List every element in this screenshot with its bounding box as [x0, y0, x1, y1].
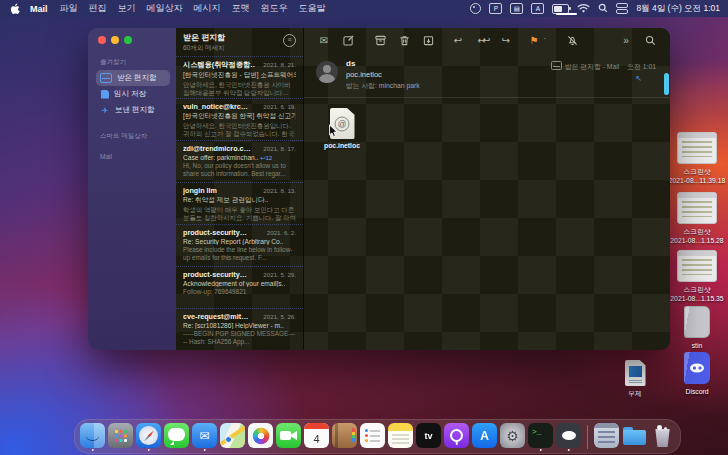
minimize-window-button[interactable] [111, 36, 119, 44]
dock-minimized-window-icon[interactable] [594, 423, 619, 448]
forward-icon[interactable]: ↪ [494, 35, 518, 46]
dock-divider [587, 425, 588, 449]
message-date: 2021. 8. 17. [263, 145, 296, 152]
dock-photos-icon[interactable] [248, 423, 273, 448]
sidebar-item-sent[interactable]: ✈ 보낸 편지함 [96, 102, 170, 118]
filter-icon[interactable]: ≡ [283, 34, 296, 47]
menu-view[interactable]: 보기 [118, 2, 136, 15]
dock-messages-icon[interactable] [164, 423, 189, 448]
desktop-icon-screenshot-2[interactable]: 스크린샷2021-08...1.15.28 [661, 192, 728, 245]
desktop-icon-untitled[interactable]: 무제 [600, 360, 670, 398]
dock: ✉ 4 tv A ⚙ >_ [74, 419, 681, 454]
mouse-cursor [328, 124, 339, 143]
message-subject: Acknowledgement of your email[s.. [183, 280, 296, 287]
search-icon[interactable] [638, 34, 662, 46]
running-indicator [567, 449, 570, 452]
message-list-item[interactable]: jongin lim2021. 8. 13. Re: 취약점 제보 관련입니다.… [176, 182, 303, 224]
keyboard-icon[interactable]: ▤ [510, 3, 523, 14]
dock-system-preferences-icon[interactable]: ⚙ [500, 423, 525, 448]
control-center-icon[interactable] [616, 3, 628, 15]
disk-image-icon [684, 306, 710, 338]
sidebar-item-drafts[interactable]: 임시 저장 [96, 86, 170, 102]
archive-icon[interactable] [368, 34, 392, 46]
dock-reminders-icon[interactable] [360, 423, 385, 448]
message-date: 2021. 6. 2. [267, 229, 296, 236]
to-value[interactable]: minchan park [379, 82, 420, 89]
dock-mail-icon[interactable]: ✉ [192, 423, 217, 448]
p-app-icon[interactable]: P [489, 3, 502, 14]
apple-menu-icon[interactable] [10, 3, 20, 15]
dock-notes-icon[interactable] [388, 423, 413, 448]
message-list-item[interactable]: zdi@trendmicro.c…2021. 8. 17. Case offer… [176, 140, 303, 182]
message-sender: jongin lim [183, 186, 217, 195]
menu-mailbox[interactable]: 메일상자 [147, 2, 183, 15]
mail-toolbar: ✉ ↩ ↩↩ ↪ ⚑ ˇ [304, 28, 670, 52]
inbox-icon [100, 73, 112, 83]
flag-caret-icon[interactable]: ˇ [544, 37, 552, 43]
message-list-item[interactable]: vuln_notice@krc…2021. 6. 19. [한국인터넷진흥원 한… [176, 98, 303, 140]
running-indicator [91, 449, 94, 452]
desktop-icon-screenshot-3[interactable]: 스크린샷2021-08...1.15.35 [661, 250, 728, 303]
menu-help[interactable]: 도움말 [299, 2, 326, 15]
trash-icon[interactable] [392, 34, 416, 46]
dock-downloads-folder-icon[interactable] [622, 423, 647, 448]
running-indicator [147, 449, 150, 452]
desktop-icon-stin[interactable]: stin [661, 306, 728, 350]
message-sender: 시스템융(취약점종합… [183, 60, 255, 70]
dock-tv-icon[interactable]: tv [416, 423, 441, 448]
menu-window[interactable]: 윈도우 [261, 2, 288, 15]
reply-icon[interactable]: ↩ [446, 35, 470, 46]
flag-icon[interactable]: ⚑ [524, 35, 544, 46]
reply-all-icon[interactable]: ↩↩ [470, 35, 494, 46]
dock-trash-icon[interactable] [650, 423, 675, 448]
active-app-menu[interactable]: Mail [30, 4, 48, 14]
message-list-item[interactable]: cve-request@mit…2021. 5. 26. Re: [scr108… [176, 308, 303, 350]
message-list-item[interactable]: product-security…2021. 6. 2. Re: Securit… [176, 224, 303, 266]
dock-facetime-icon[interactable] [276, 423, 301, 448]
close-window-button[interactable] [98, 36, 106, 44]
dock-contacts-icon[interactable] [332, 423, 357, 448]
get-mail-icon[interactable]: ✉ [312, 35, 336, 46]
message-date: 2021. 8. 21. [263, 61, 296, 68]
menu-message[interactable]: 메시지 [194, 2, 221, 15]
smart-mailboxes-label[interactable]: 스마트 메일상자 [100, 132, 170, 141]
sidebar-item-inbox[interactable]: 받은 편지함 [96, 70, 170, 86]
dock-calendar-icon[interactable]: 4 [304, 423, 329, 448]
scrollbar-thumb[interactable] [664, 73, 669, 95]
input-source-a-icon[interactable]: A [531, 3, 544, 14]
zoom-window-button[interactable] [124, 36, 132, 44]
mute-icon[interactable] [560, 34, 584, 46]
more-toolbar-icon[interactable]: » [614, 35, 638, 46]
dock-podcasts-icon[interactable] [444, 423, 469, 448]
message-list-item[interactable]: 시스템융(취약점종합…2021. 8. 21. [한국인터넷진흥원 - 답변] … [176, 56, 303, 98]
message-list-item[interactable]: product-security…2021. 5. 29. Acknowledg… [176, 266, 303, 308]
dock-terminal-icon[interactable]: >_ [528, 423, 553, 448]
compose-icon[interactable] [336, 34, 360, 46]
reply-mark-icon: ↖ [635, 74, 642, 83]
menubar-clock[interactable]: 8월 4일 (수) 오전 1:01 [636, 3, 720, 15]
battery-icon[interactable] [552, 4, 569, 14]
menu-file[interactable]: 파일 [60, 2, 78, 15]
dock-app-store-icon[interactable]: A [472, 423, 497, 448]
menu-edit[interactable]: 편집 [89, 2, 107, 15]
menu-format[interactable]: 포맷 [232, 2, 250, 15]
desktop-icon-discord-dmg[interactable]: Discord [661, 352, 728, 396]
message-view: ✉ ↩ ↩↩ ↪ ⚑ ˇ [304, 28, 670, 350]
dock-finder-icon[interactable] [80, 423, 105, 448]
dock-maps-icon[interactable] [220, 423, 245, 448]
dock-safari-icon[interactable] [136, 423, 161, 448]
record-indicator-icon[interactable] [470, 3, 481, 14]
mail-section-label[interactable]: Mail [100, 153, 170, 160]
dock-launchpad-icon[interactable] [108, 423, 133, 448]
message-sender: product-security… [183, 270, 247, 279]
attachment[interactable]: @ poc.inetloc [320, 108, 364, 149]
dock-discord-icon[interactable] [556, 423, 581, 448]
junk-icon[interactable] [416, 34, 440, 46]
screenshot-thumbnail-icon [677, 250, 717, 282]
running-indicator [203, 449, 206, 452]
desktop-icon-screenshot-1[interactable]: 스크린샷2021-08...11.39.18 [661, 132, 728, 185]
spotlight-search-icon[interactable] [598, 3, 608, 15]
message-subject: [한국인터넷진흥원 한국] 취약점 신고가.. [183, 112, 296, 121]
wifi-icon[interactable] [577, 3, 590, 15]
list-title: 받은 편지함 [183, 32, 296, 43]
